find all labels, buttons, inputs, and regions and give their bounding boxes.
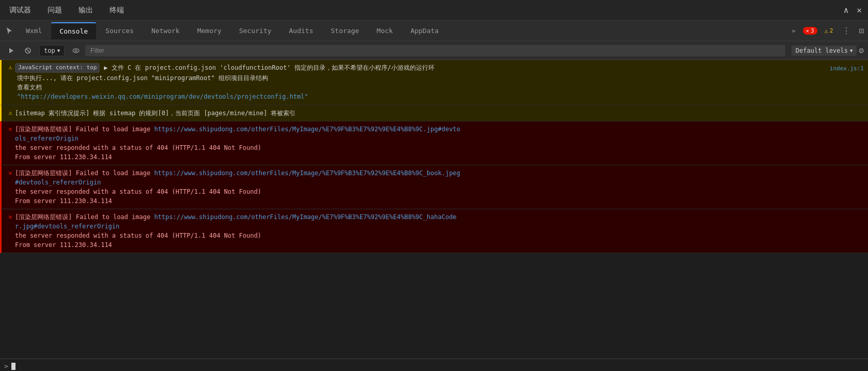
console-entry-2: ⚠ [sitemap 索引情况提示] 根据 sitemap 的规则[0]，当前页…: [0, 105, 868, 121]
entry-content-3: [渲染层网络层错误] Failed to load image https://…: [15, 123, 864, 163]
settings-icon[interactable]: ⚙: [859, 45, 864, 55]
warning-icon-2: ⚠: [6, 107, 15, 119]
input-cursor: [11, 363, 16, 370]
chevron-down-icon: ▼: [57, 48, 60, 53]
console-toolbar: top ▼ Default levels ▼ ⚙: [0, 41, 868, 60]
topbar-debugger[interactable]: 调试器: [6, 4, 34, 17]
console-entry-5: ✕ [渲染层网络层错误] Failed to load image https:…: [0, 209, 868, 253]
eye-icon[interactable]: [69, 43, 83, 58]
context-selector[interactable]: top ▼: [39, 45, 65, 56]
svg-point-3: [73, 49, 79, 53]
entry-text-3: [渲染层网络层错误] Failed to load image: [15, 126, 154, 133]
tab-memory[interactable]: Memory: [189, 23, 230, 39]
entry-content-2: [sitemap 索引情况提示] 根据 sitemap 的规则[0]，当前页面 …: [15, 107, 864, 119]
entry-text-2: [sitemap 索引情况提示] 根据 sitemap 的规则[0]，当前页面 …: [15, 110, 296, 117]
minimize-icon[interactable]: ∧: [844, 5, 849, 15]
svg-line-2: [26, 49, 29, 52]
entry-extra-4a: the server responded with a status of 40…: [15, 187, 864, 196]
level-label: Default levels: [796, 47, 848, 54]
entry-link-1[interactable]: "https://developers.weixin.qq.com/minipr…: [17, 93, 308, 100]
tab-appdata[interactable]: AppData: [402, 23, 447, 39]
tab-network[interactable]: Network: [143, 23, 188, 39]
tab-wxml[interactable]: Wxml: [18, 23, 50, 39]
clear-button[interactable]: [21, 43, 35, 58]
close-icon[interactable]: ✕: [857, 5, 862, 15]
top-bar-right: ∧ ✕: [844, 5, 862, 15]
entry-extra-1b: 查看文档: [15, 83, 864, 92]
tab-storage[interactable]: Storage: [322, 23, 367, 39]
run-button[interactable]: [4, 43, 19, 58]
console-entry-4: ✕ [渲染层网络层错误] Failed to load image https:…: [0, 165, 868, 209]
entry-extra-5a: the server responded with a status of 40…: [15, 231, 864, 240]
tab-mock[interactable]: Mock: [368, 23, 401, 39]
svg-point-4: [75, 50, 77, 52]
entry-extra-4b: From server 111.230.34.114: [15, 196, 864, 206]
level-selector[interactable]: Default levels ▼: [792, 45, 857, 56]
entry-text-5: [渲染层网络层错误] Failed to load image: [15, 213, 154, 221]
entry-content-5: [渲染层网络层错误] Failed to load image https://…: [15, 211, 864, 251]
tab-right: » ✕ 3 ⚠ 2 ⋮ ⊡: [788, 24, 866, 38]
js-context-tooltip: JavaScript context: top: [15, 63, 100, 73]
warn-count: 2: [830, 27, 833, 34]
error-icon-4: ✕: [6, 167, 15, 207]
more-options-icon[interactable]: ⋮: [840, 24, 853, 38]
entry-text-1a: ▶ 文件 C 在 project.config.json 'cloudfunct…: [104, 63, 435, 72]
error-count: 3: [811, 27, 814, 34]
topbar-terminal[interactable]: 终端: [106, 4, 127, 17]
error-badge: ✕ 3: [803, 27, 817, 35]
level-chevron-icon: ▼: [850, 48, 853, 53]
entry-extra-5b: From server 111.230.34.114: [15, 240, 864, 250]
input-prompt: >: [4, 362, 8, 370]
error-icon-badge: ✕: [806, 28, 809, 34]
entry-text-4: [渲染层网络层错误] Failed to load image: [15, 169, 154, 177]
entry-content-4: [渲染层网络层错误] Failed to load image https://…: [15, 167, 864, 207]
warning-icon-1: ⚠: [6, 62, 15, 105]
entry-extra-3b: From server 111.230.34.114: [15, 152, 864, 162]
warn-badge: ⚠ 2: [822, 27, 836, 35]
topbar-issues[interactable]: 问题: [44, 4, 65, 17]
console-area: ⚠ JavaScript context: top ▶ 文件 C 在 proje…: [0, 60, 868, 359]
svg-marker-0: [9, 48, 13, 53]
more-tabs-button[interactable]: »: [788, 25, 799, 37]
entry-source-1[interactable]: index.js:1: [826, 63, 864, 73]
warn-icon-badge: ⚠: [825, 27, 828, 35]
error-icon-3: ✕: [6, 123, 15, 163]
console-entry-3: ✕ [渲染层网络层错误] Failed to load image https:…: [0, 121, 868, 165]
tab-console[interactable]: Console: [51, 22, 96, 39]
cursor-icon[interactable]: [2, 24, 17, 38]
console-input-line[interactable]: >: [0, 359, 868, 371]
topbar-output[interactable]: 输出: [75, 4, 96, 17]
tab-security[interactable]: Security: [231, 23, 280, 39]
tab-bar: Wxml Console Sources Network Memory Secu…: [0, 21, 868, 41]
panel-layout-icon[interactable]: ⊡: [857, 24, 866, 38]
tab-audits[interactable]: Audits: [281, 23, 321, 39]
filter-input[interactable]: [85, 45, 785, 56]
error-icon-5: ✕: [6, 211, 15, 251]
console-entry-1: ⚠ JavaScript context: top ▶ 文件 C 在 proje…: [0, 60, 868, 105]
context-label: top: [44, 47, 55, 54]
entry-extra-1a: 境中执行..., 请在 project.config.json "minipro…: [15, 73, 864, 83]
entry-content-1: JavaScript context: top ▶ 文件 C 在 project…: [15, 62, 864, 105]
entry-extra-3a: the server responded with a status of 40…: [15, 143, 864, 152]
top-bar: 调试器 问题 输出 终端 ∧ ✕: [0, 0, 868, 21]
entry-extra-1c: "https://developers.weixin.qq.com/minipr…: [15, 92, 864, 101]
tab-sources[interactable]: Sources: [97, 23, 142, 39]
